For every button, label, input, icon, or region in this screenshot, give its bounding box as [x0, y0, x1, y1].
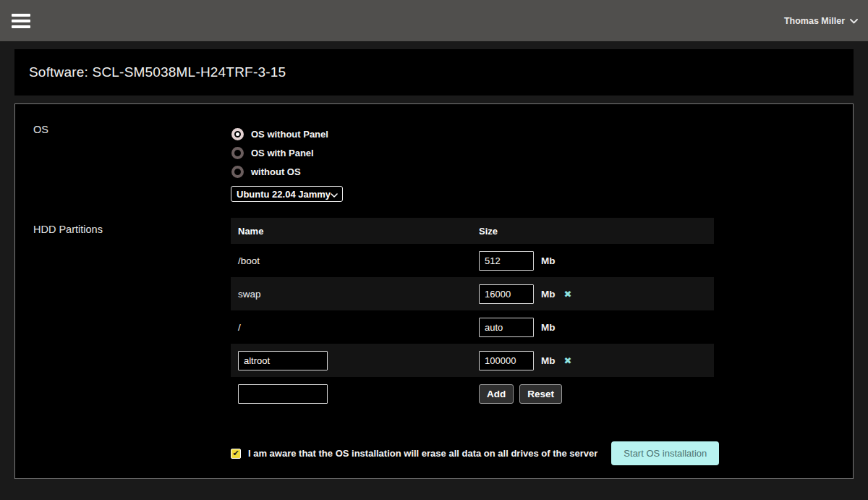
checkmark-icon: ✔ [232, 449, 239, 457]
confirm-row: ✔ I am aware that the OS installation wi… [231, 441, 719, 465]
column-header-name: Name [231, 226, 479, 237]
new-partition-name-input[interactable] [238, 384, 328, 404]
radio-os-with-panel[interactable]: OS with Panel [231, 143, 328, 162]
partition-size-input[interactable] [479, 318, 534, 337]
hdd-partitions-section-label: HDD Partitions [33, 224, 103, 235]
table-row-new-partition: Add Reset [231, 377, 714, 410]
os-distro-select[interactable]: Ubuntu 22.04 Jammy [231, 186, 343, 202]
selected-distro: Ubuntu 22.04 Jammy [237, 189, 331, 200]
partition-size-input[interactable] [479, 251, 534, 271]
partition-name: / [238, 322, 241, 333]
os-type-radio-group: OS without Panel OS with Panel without O… [231, 124, 328, 181]
user-name: Thomas Miller [784, 16, 845, 26]
add-partition-button[interactable]: Add [479, 384, 514, 404]
partition-size-input[interactable] [479, 351, 534, 370]
start-os-installation-button[interactable]: Start OS installation [611, 441, 719, 465]
topbar: Thomas Miller [0, 0, 868, 41]
unit-label: Mb [541, 355, 556, 366]
remove-partition-icon[interactable]: ✖ [564, 356, 572, 365]
erase-confirm-label: I am aware that the OS installation will… [248, 448, 597, 459]
table-row-root: / Mb [231, 310, 714, 344]
table-row-altroot: Mb ✖ [231, 344, 714, 377]
radio-label: OS without Panel [251, 129, 328, 140]
radio-button-icon [231, 166, 244, 178]
page-header: Software: SCL-SM5038ML-H24TRF-3-15 [14, 49, 854, 96]
unit-label: Mb [541, 322, 556, 333]
chevron-down-icon [331, 187, 338, 200]
partitions-table: Name Size /boot Mb swap Mb ✖ / Mb [231, 218, 714, 410]
unit-label: Mb [541, 255, 556, 266]
table-row-swap: swap Mb ✖ [231, 277, 714, 310]
partition-size-input[interactable] [479, 284, 534, 304]
table-row-boot: /boot Mb [231, 244, 714, 277]
partition-name-input[interactable] [238, 351, 328, 370]
radio-os-without-panel[interactable]: OS without Panel [231, 124, 328, 143]
table-header-row: Name Size [231, 218, 714, 244]
reset-partitions-button[interactable]: Reset [519, 384, 562, 404]
erase-confirm-checkbox[interactable]: ✔ [231, 449, 241, 459]
column-header-size: Size [479, 226, 498, 237]
radio-label: OS with Panel [251, 148, 314, 158]
unit-label: Mb [541, 289, 556, 300]
os-install-panel: OS HDD Partitions OS without Panel OS wi… [14, 103, 854, 479]
remove-partition-icon[interactable]: ✖ [564, 289, 572, 299]
page-title: Software: SCL-SM5038ML-H24TRF-3-15 [29, 64, 286, 80]
os-section-label: OS [33, 124, 48, 135]
partition-name: swap [238, 289, 261, 300]
radio-button-icon [231, 147, 244, 159]
chevron-down-icon [850, 16, 858, 26]
user-menu[interactable]: Thomas Miller [784, 16, 858, 26]
radio-without-os[interactable]: without OS [231, 162, 328, 181]
radio-label: without OS [251, 166, 301, 177]
radio-button-icon [231, 128, 244, 140]
partition-name: /boot [238, 255, 260, 266]
hamburger-menu-icon[interactable] [10, 11, 32, 31]
